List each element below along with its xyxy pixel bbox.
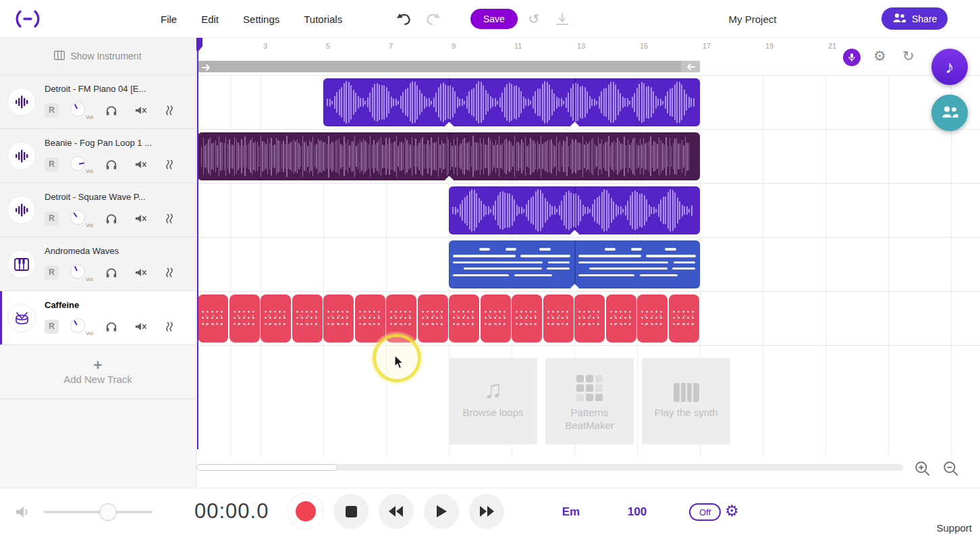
- download-icon[interactable]: [553, 11, 571, 27]
- menu-edit[interactable]: Edit: [201, 14, 219, 25]
- wave-clip[interactable]: [323, 78, 700, 126]
- zoom-out-button[interactable]: [942, 460, 960, 478]
- lane-fog-pan[interactable]: [196, 130, 980, 184]
- drum-clip-segment[interactable]: [481, 295, 511, 342]
- effects-button[interactable]: [161, 264, 178, 280]
- key-signature-button[interactable]: Em: [556, 505, 586, 519]
- wave-clip[interactable]: [449, 186, 700, 234]
- record-arm-button[interactable]: R: [45, 265, 59, 280]
- lane-andromeda[interactable]: [196, 238, 980, 292]
- dense-clip[interactable]: [198, 132, 700, 180]
- drum-clip-segment[interactable]: [292, 295, 323, 342]
- drum-clip-segment[interactable]: [449, 295, 479, 342]
- timeline-settings-icon[interactable]: ⚙: [873, 48, 886, 64]
- drum-clip-segment[interactable]: [669, 295, 699, 342]
- lane-square-wave[interactable]: [196, 184, 980, 238]
- record-arm-button[interactable]: R: [45, 103, 59, 118]
- drum-clip-segment[interactable]: [261, 295, 291, 342]
- drum-clip-segment[interactable]: [323, 295, 354, 342]
- drum-clip-segment[interactable]: [355, 295, 385, 342]
- undo-icon[interactable]: [396, 11, 413, 27]
- mute-button[interactable]: [132, 264, 148, 280]
- volume-knob[interactable]: Vol: [70, 101, 93, 119]
- project-title[interactable]: My Project: [709, 0, 796, 38]
- revision-history-icon[interactable]: ↺: [525, 11, 543, 27]
- menu-settings[interactable]: Settings: [243, 14, 279, 25]
- ruler-bar-number: 3: [263, 42, 267, 50]
- mute-button[interactable]: [132, 210, 148, 226]
- ruler[interactable]: 3579111315171921: [196, 42, 980, 54]
- volume-knob[interactable]: Vol: [70, 317, 93, 335]
- horizontal-scrollbar[interactable]: [196, 464, 903, 471]
- stop-button[interactable]: [333, 494, 369, 529]
- drum-clip-segment[interactable]: [418, 295, 448, 342]
- master-volume-handle[interactable]: [99, 503, 117, 521]
- track-row-square-wave[interactable]: Detroit - Square Wave P... R Vol: [0, 183, 196, 237]
- add-new-track-button[interactable]: + Add New Track: [0, 345, 196, 399]
- horizontal-scrollbar-thumb[interactable]: [196, 464, 337, 471]
- drum-clip-segment[interactable]: [198, 295, 228, 342]
- music-panel-button[interactable]: ♪: [931, 49, 968, 85]
- timeline[interactable]: 3579111315171921 ♫ Browse loops: [196, 38, 980, 481]
- menu-file[interactable]: File: [161, 14, 177, 25]
- drum-clip-segment[interactable]: [512, 295, 542, 342]
- play-synth-card[interactable]: Play the synth: [642, 358, 730, 444]
- lane-fm-piano[interactable]: [196, 76, 980, 130]
- share-button[interactable]: Share: [881, 7, 948, 30]
- collaboration-button[interactable]: [931, 95, 968, 131]
- ruler-bar-number: 21: [828, 42, 836, 50]
- effects-button[interactable]: [161, 102, 178, 118]
- track-row-fog-pan[interactable]: Beanie - Fog Pan Loop 1 ... R Vol: [0, 129, 196, 183]
- mute-button[interactable]: [132, 102, 148, 118]
- effects-button[interactable]: [161, 318, 178, 334]
- mute-button[interactable]: [132, 318, 148, 334]
- record-arm-button[interactable]: R: [45, 211, 59, 226]
- headphones-solo-button[interactable]: [103, 264, 119, 280]
- loop-extend-right-icon[interactable]: [202, 62, 211, 74]
- save-button[interactable]: Save: [470, 9, 518, 29]
- show-instrument-button[interactable]: Show Instrument: [0, 38, 196, 75]
- headphones-solo-button[interactable]: [103, 318, 119, 334]
- metronome-toggle[interactable]: Off: [689, 503, 721, 521]
- master-volume-icon[interactable]: [15, 505, 32, 522]
- patterns-beatmaker-card[interactable]: Patterns BeatMaker: [545, 358, 634, 444]
- lane-caffeine[interactable]: [196, 292, 980, 346]
- track-row-caffeine[interactable]: Caffeine R Vol: [0, 291, 196, 345]
- browse-loops-card[interactable]: ♫ Browse loops: [449, 358, 537, 444]
- redo-icon[interactable]: [424, 11, 441, 27]
- loop-extend-left-icon[interactable]: [681, 61, 700, 72]
- input-monitor-icon[interactable]: [843, 49, 861, 66]
- refresh-icon[interactable]: ↻: [902, 48, 915, 64]
- track-row-andromeda[interactable]: Andromeda Waves R Vol: [0, 237, 196, 291]
- drum-clip-segment[interactable]: [229, 295, 260, 342]
- volume-knob[interactable]: Vol: [70, 263, 93, 281]
- volume-knob[interactable]: Vol: [70, 209, 93, 227]
- loop-region-bar[interactable]: [198, 61, 700, 72]
- drum-clip-segment[interactable]: [574, 295, 605, 342]
- app-logo-icon[interactable]: [15, 9, 40, 31]
- headphones-solo-button[interactable]: [103, 156, 119, 172]
- fast-forward-button[interactable]: [469, 494, 504, 529]
- midi-clip[interactable]: [449, 240, 700, 288]
- effects-button[interactable]: [161, 156, 178, 172]
- master-volume-slider[interactable]: [43, 511, 153, 513]
- menu-tutorials[interactable]: Tutorials: [304, 14, 342, 25]
- play-button[interactable]: [424, 494, 459, 529]
- zoom-in-button[interactable]: [914, 460, 931, 478]
- rewind-button[interactable]: [379, 494, 414, 529]
- tempo-button[interactable]: 100: [621, 505, 653, 519]
- record-arm-button[interactable]: R: [45, 320, 59, 334]
- record-button[interactable]: [288, 494, 323, 529]
- record-arm-button[interactable]: R: [45, 157, 59, 172]
- drum-clip-segment[interactable]: [637, 295, 668, 342]
- volume-knob[interactable]: Vol: [70, 155, 93, 173]
- transport-settings-icon[interactable]: ⚙: [725, 502, 739, 520]
- drum-clip-segment[interactable]: [606, 295, 636, 342]
- drum-clip-segment[interactable]: [543, 295, 574, 342]
- support-link[interactable]: Support: [936, 522, 972, 534]
- mute-button[interactable]: [132, 156, 148, 172]
- headphones-solo-button[interactable]: [103, 102, 119, 118]
- track-row-fm-piano[interactable]: Detroit - FM Piano 04 [E... R Vol: [0, 75, 196, 129]
- headphones-solo-button[interactable]: [103, 210, 119, 226]
- effects-button[interactable]: [161, 210, 178, 226]
